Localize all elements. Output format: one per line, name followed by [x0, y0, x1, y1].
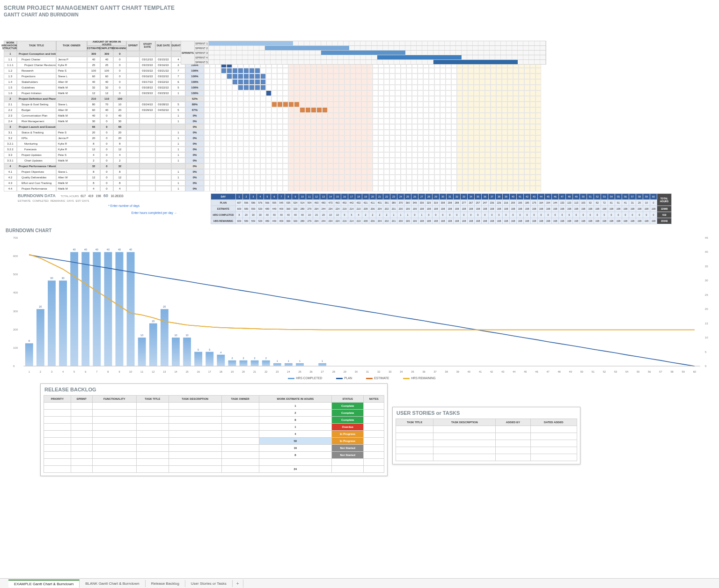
svg-rect-78: [25, 343, 33, 366]
svg-text:15: 15: [705, 322, 708, 325]
svg-text:500: 500: [13, 273, 18, 276]
svg-text:600: 600: [13, 255, 18, 257]
svg-text:50: 50: [580, 370, 583, 373]
svg-text:40: 40: [129, 248, 132, 251]
svg-text:29: 29: [344, 370, 346, 373]
task-row[interactable]: 1.3ProjectionsSteve L6060003/16/2203/22/…: [4, 74, 715, 79]
svg-text:5: 5: [705, 351, 707, 353]
svg-text:1: 1: [288, 360, 289, 362]
svg-text:25: 25: [298, 370, 301, 373]
svg-text:34: 34: [400, 370, 403, 373]
svg-text:10: 10: [705, 336, 708, 339]
svg-text:52: 52: [603, 370, 606, 373]
svg-text:15: 15: [152, 320, 154, 323]
task-row[interactable]: 2Project Definition and Planning21011010…: [4, 96, 715, 102]
svg-text:14: 14: [174, 370, 177, 373]
svg-text:1: 1: [277, 360, 278, 362]
svg-text:35: 35: [411, 370, 414, 373]
svg-rect-86: [70, 252, 78, 366]
svg-text:0: 0: [705, 365, 707, 368]
task-row[interactable]: 1.6Project InitiationMalik M1212003/23/2…: [4, 90, 715, 96]
svg-text:700: 700: [13, 236, 18, 239]
burndown-data-title: BURNDOWN DATA: [18, 193, 56, 198]
task-row[interactable]: 3.3.1Chart UpdatesMalik M20210%: [4, 158, 715, 163]
svg-text:8: 8: [107, 370, 109, 373]
svg-text:45: 45: [524, 370, 527, 373]
task-row[interactable]: 1.4StakeholdersAllen W4040003/17/2203/22…: [4, 79, 715, 85]
svg-text:13: 13: [163, 370, 166, 373]
svg-rect-116: [240, 360, 248, 366]
stories-table[interactable]: TASK TITLETASK DESCRIPTIONADDED BYDATED …: [396, 419, 577, 461]
svg-text:40: 40: [118, 248, 121, 251]
svg-text:51: 51: [592, 370, 594, 373]
svg-rect-126: [296, 363, 304, 366]
task-row[interactable]: 3Project Launch and Execution660660%: [4, 124, 715, 130]
task-row[interactable]: 2.3Communication PlanMalik M4004010%: [4, 113, 715, 118]
burndown-chart-title: BURNDOWN CHART: [6, 228, 715, 233]
svg-text:36: 36: [422, 370, 425, 373]
svg-text:4: 4: [220, 351, 221, 354]
svg-text:18: 18: [220, 370, 222, 373]
task-row[interactable]: 1.2ResearchPete S100100003/15/2203/21/22…: [4, 68, 715, 74]
task-row[interactable]: 3.1Status & TrackingPete S2002010%: [4, 130, 715, 135]
svg-text:30: 30: [705, 279, 708, 282]
svg-text:5: 5: [73, 370, 75, 373]
svg-text:57: 57: [659, 370, 662, 373]
gantt-rows: 1Project Conception and Initiation309309…: [4, 51, 715, 191]
burndown-table: DAY1234567891011121314151617181920212223…: [211, 193, 672, 224]
svg-text:10: 10: [140, 334, 143, 337]
svg-rect-80: [37, 309, 44, 366]
svg-text:40: 40: [95, 248, 98, 251]
task-row[interactable]: 2.1Scope & Goal SettingSteve L80701003/2…: [4, 102, 715, 107]
svg-rect-120: [262, 360, 270, 366]
task-row[interactable]: 3.2KPIsJenna P2002010%: [4, 135, 715, 141]
svg-rect-92: [104, 252, 112, 366]
svg-text:40: 40: [107, 248, 110, 251]
svg-text:16: 16: [197, 370, 200, 373]
task-row[interactable]: 1.5GuidelinesMalik M3232003/18/2203/22/2…: [4, 85, 715, 90]
svg-text:44: 44: [513, 370, 515, 373]
svg-text:30: 30: [355, 370, 358, 373]
task-row[interactable]: 2.2BudgetAllen W60402003/29/2204/02/2256…: [4, 107, 715, 113]
svg-text:7: 7: [96, 370, 97, 373]
svg-text:22: 22: [264, 370, 267, 373]
svg-rect-124: [285, 363, 293, 366]
svg-text:43: 43: [501, 370, 504, 373]
svg-text:2: 2: [254, 357, 256, 360]
svg-rect-104: [172, 338, 180, 366]
task-row[interactable]: 3.2.2ForecastsKylie R1201210%: [4, 147, 715, 152]
release-backlog-inset: RELEASE BACKLOG PRIORITYSPRINTFUNCTIONAL…: [40, 383, 388, 476]
task-row[interactable]: 4.1Project ObjectivesSteve L80810%: [4, 169, 715, 175]
task-row[interactable]: 4.4Project PerformanceMalik M40410%: [4, 186, 715, 191]
svg-text:31: 31: [366, 370, 369, 373]
task-row[interactable]: 2.4Risk ManagementMalik M3003010%: [4, 118, 715, 124]
svg-text:38: 38: [445, 370, 448, 373]
svg-text:2: 2: [40, 370, 41, 373]
svg-text:200: 200: [13, 328, 18, 331]
svg-rect-102: [161, 309, 169, 366]
backlog-table[interactable]: PRIORITYSPRINTFUNCTIONALITYTASK TITLETAS…: [44, 395, 384, 473]
svg-rect-106: [183, 338, 191, 366]
svg-rect-96: [127, 252, 135, 366]
task-row[interactable]: 4.2Quality DeliverablesAllen W1201210%: [4, 175, 715, 180]
task-row[interactable]: 3.2.1MonitoringKylie R80810%: [4, 141, 715, 147]
svg-text:45: 45: [705, 236, 708, 239]
svg-text:60: 60: [693, 370, 696, 373]
svg-text:12: 12: [152, 370, 154, 373]
svg-text:40: 40: [468, 370, 470, 373]
svg-text:24: 24: [287, 370, 290, 373]
task-row[interactable]: 4.3Effort and Cost TrackingMalik M80810%: [4, 180, 715, 186]
task-row[interactable]: 4Project Performance / Monitoring320320%: [4, 163, 715, 169]
svg-text:1: 1: [29, 370, 30, 373]
svg-text:26: 26: [309, 370, 312, 373]
svg-text:33: 33: [389, 370, 391, 373]
enter-hours-hint: Enter hours completed per day →: [18, 211, 177, 214]
task-row[interactable]: 3.3Project UpdatesPete S40410%: [4, 152, 715, 158]
svg-text:54: 54: [625, 370, 628, 373]
svg-rect-94: [116, 252, 124, 366]
svg-rect-84: [59, 280, 67, 366]
svg-text:4: 4: [62, 370, 64, 373]
svg-rect-100: [149, 323, 157, 366]
svg-text:40: 40: [73, 248, 76, 251]
svg-text:39: 39: [456, 370, 459, 373]
